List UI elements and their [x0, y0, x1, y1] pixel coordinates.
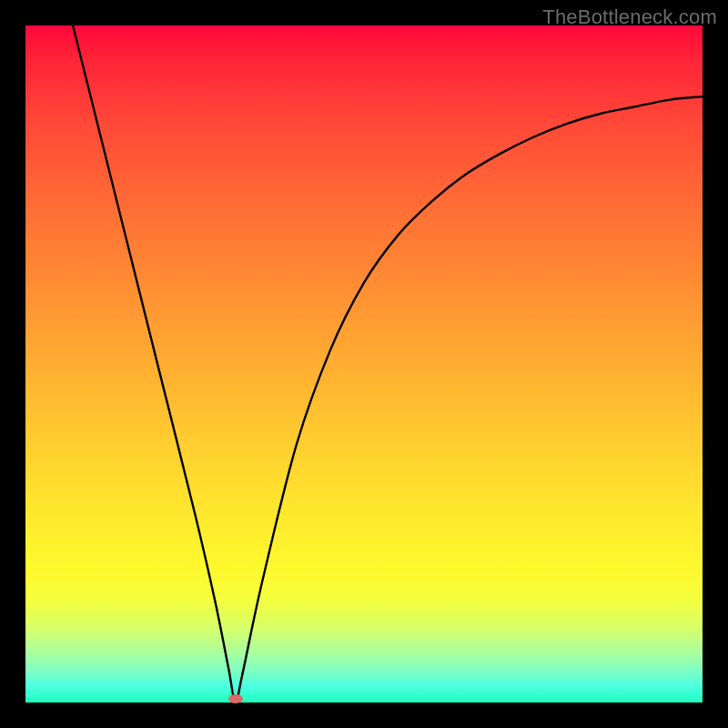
curve-layer [25, 25, 703, 703]
minimum-marker [228, 694, 243, 703]
plot-area [25, 25, 703, 703]
chart-stage: TheBottleneck.com [0, 0, 728, 728]
bottleneck-curve [73, 25, 703, 703]
